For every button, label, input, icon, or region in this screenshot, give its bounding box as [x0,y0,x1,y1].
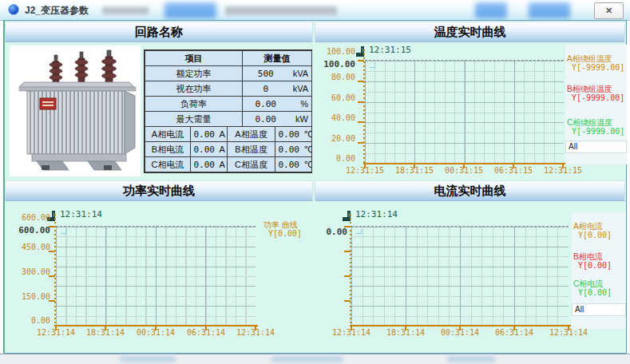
phase-value: 0.00 [191,142,218,157]
cursor-timestamp: 12:31:15 [369,45,411,55]
window-titlebar: J2_变压器参数 ✕ [0,0,630,21]
legend-pen-a[interactable]: A相绕组温度 [567,54,612,63]
y-tick [344,300,351,302]
table-row: 额定功率 500 kVA [145,66,312,81]
col-header-item: 项目 [145,51,243,66]
table-row: B相电流 0.00 A B相温度 0.00 ℃ [145,142,312,157]
row-value: 0.00 [243,97,289,112]
legend-pen-b-scale: Y[0.00] [573,261,612,270]
x-tick-label: 00:31:14 [133,328,178,337]
window-title: J2_变压器参数 [25,4,89,18]
panel-title-current: 电流实时曲线 [315,180,625,201]
y-tick [358,142,364,144]
legend-pen-power-scale: Y[0.00] [263,229,302,238]
y-tick-label: 80.00 [307,73,355,81]
redacted-text [225,6,337,15]
phase-value: 0.00 [191,127,218,142]
power-y-axis [54,214,56,326]
x-tick-label: 12:31:14 [34,328,78,337]
taskbar-remnant [447,356,495,362]
transformer-image [10,46,141,176]
temperature-plot[interactable] [365,60,564,163]
panel-title-temperature: 温度实时曲线 [315,22,625,42]
current-y-axis [350,214,351,326]
current-plot[interactable] [351,226,569,325]
row-value: 500 [243,66,289,81]
close-icon[interactable]: ✕ [594,2,624,19]
legend-pen-c[interactable]: C相电流 [573,279,603,288]
current-legend: A相电流 Y[0.00] B相电流 Y[0.00] C相电流 Y[0.00] A… [572,212,626,329]
row-label: 额定功率 [145,66,243,81]
row-label: 视在功率 [145,81,243,97]
phase-label: C相电流 [145,157,191,172]
redacted-button[interactable] [164,2,216,18]
redacted-button[interactable] [475,2,507,18]
cursor-corner-mark [61,229,66,234]
panel-title-power: 功率实时曲线 [5,180,313,201]
phase-value: 0.00 [191,157,218,172]
y-tick-label: 0.00 [2,316,50,325]
y-tick-label: 150.00 [2,292,50,301]
x-tick-label: 18:31:14 [83,328,128,337]
y-axis-max-label: 100.00 [307,47,355,56]
table-row: 负荷率 0.00 % [145,97,312,112]
phase-unit: A [218,157,228,172]
x-tick-label: 12:31:15 [343,166,387,175]
row-value: 0 [243,81,289,97]
y-tick-label: 60.00 [307,93,355,102]
x-tick-label: 12:31:14 [329,328,374,337]
legend-pen-b[interactable]: B相电流 [573,252,603,261]
app-icon [8,4,19,15]
measurement-table: 项目 测量值 额定功率 500 kVA 视在功率 0 kVA 负荷率 0.00 … [144,49,312,173]
x-tick-label: 00:31:14 [438,328,482,337]
phase-label: A相温度 [228,127,275,142]
col-header-value: 测量值 [243,51,312,66]
row-label: 负荷率 [145,97,243,112]
power-plot[interactable] [56,226,256,325]
legend-all-item[interactable]: All [572,303,626,316]
legend-pen-a[interactable]: A相电流 [573,222,603,231]
cursor-timestamp: 12:31:14 [60,209,102,220]
temperature-y-axis [363,49,365,163]
row-value: 0.00 [243,112,289,127]
phase-label: C相温度 [228,157,275,172]
redacted-text [102,7,149,14]
x-tick-label: 18:31:14 [383,328,428,337]
temperature-x-axis [363,163,566,164]
legend-pen-b[interactable]: B相绕组温度 [567,85,612,93]
x-tick-label: 06:31:14 [184,328,228,337]
phase-label: B相电流 [145,142,191,157]
legend-pen-b-scale: Y[-9999.00] [567,93,624,102]
y-tick-label: 0.00 [307,154,355,163]
legend-all-item[interactable]: All [565,140,627,153]
y-tick [358,81,364,82]
y-tick-label: 450.00 [2,243,50,251]
phase-unit: A [218,127,228,142]
phase-value: 0.00 [275,157,303,172]
legend-pen-a-scale: Y[-9999.00] [567,63,624,72]
y-tick-label: 20.00 [307,134,355,143]
pen-scale-label: 100.00 [307,59,355,69]
x-tick-label: 18:31:15 [392,166,437,175]
phase-unit: A [218,142,228,157]
y-tick [344,275,351,277]
y-tick-label: 300.00 [2,267,50,276]
y-tick [358,101,364,103]
legend-pen-c-scale: Y[0.00] [573,288,612,297]
y-axis-max-label: 600.00 [2,213,50,222]
taskbar-remnant [271,356,343,362]
cursor-timestamp: 12:31:14 [355,209,398,220]
legend-pen-power[interactable]: 功率 曲线 [263,220,298,229]
redacted-button[interactable] [529,2,570,18]
legend-pen-c[interactable]: C相绕组温度 [567,118,612,127]
table-row: C相电流 0.00 A C相温度 0.00 ℃ [145,157,312,172]
pen-marker-icon [343,211,353,226]
y-tick [358,60,364,61]
x-tick-label: 12:31:15 [541,166,585,175]
cursor-corner-mark [356,229,362,234]
legend-pen-a-scale: Y[0.00] [573,231,612,239]
x-tick-label: 06:31:15 [491,166,536,175]
x-tick-label: 06:31:14 [492,328,537,337]
row-label: 最大需量 [145,112,243,127]
phase-label: A相电流 [145,127,191,142]
